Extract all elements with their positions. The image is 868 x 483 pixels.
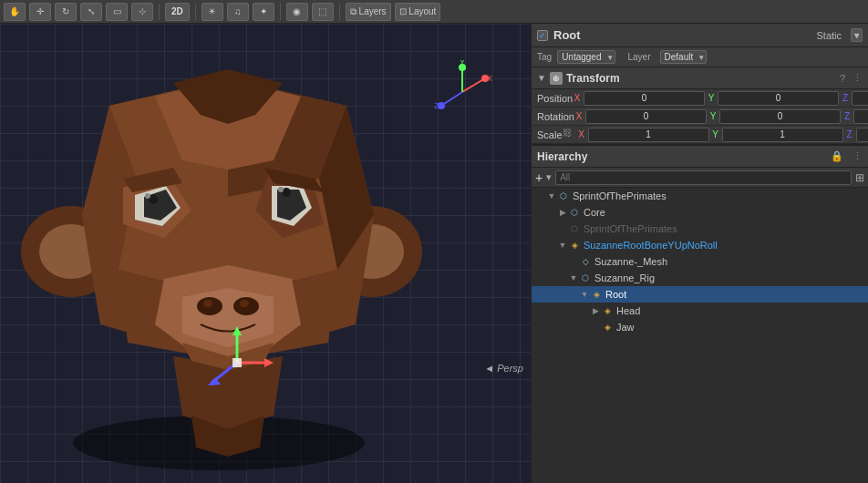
position-x-input[interactable] [584, 91, 705, 106]
scale-y-input[interactable] [722, 128, 843, 142]
rotation-y-field: Y [708, 109, 841, 124]
audio-toggle[interactable]: ♫ [227, 3, 249, 21]
rotation-z-input[interactable] [853, 109, 868, 124]
svg-point-18 [240, 300, 249, 307]
hierarchy-tree[interactable]: ▼ ⬡ SprintOfThePrimates ▶ ⬡ Core ⬡ Sprin… [532, 188, 868, 483]
scale-row: Scale ⛓ X Y Z [532, 126, 868, 144]
rotation-y-input[interactable] [719, 109, 841, 124]
move-gizmo[interactable] [201, 326, 274, 401]
position-row: Position X Y Z [532, 89, 868, 108]
tree-expand-arrow: ▼ [557, 241, 568, 250]
gameobject-icon: ⬡ [557, 190, 570, 202]
rotation-x-field: X [574, 109, 707, 124]
tree-item-label: Suzanne-_Mesh [594, 256, 667, 267]
svg-point-23 [145, 193, 150, 199]
gameobject-icon: ⬡ [568, 222, 581, 235]
rotation-z-field: Z [842, 109, 868, 124]
rect-tool-button[interactable]: ▭ [106, 3, 128, 21]
transform-menu-button[interactable]: ⋮ [852, 72, 863, 84]
bone-icon: ◈ [601, 321, 614, 334]
rotation-row: Rotation X Y Z [532, 108, 868, 126]
tag-label: Tag [537, 52, 552, 62]
tree-expand-arrow: ▼ [568, 273, 579, 283]
layers-button[interactable]: ⧉ Layers [346, 3, 391, 21]
scale-x-input[interactable] [588, 128, 709, 142]
scale-fields: ⛓ X Y Z [563, 128, 868, 142]
list-item[interactable]: ▼ ◈ SuzanneRootBoneYUpNoRoll [532, 237, 868, 253]
inspector-header: ✓ Root Static ▾ [532, 24, 868, 47]
layer-label: Layer [628, 52, 651, 62]
position-z-input[interactable] [852, 91, 868, 106]
list-item[interactable]: ⬡ SprintOfThePrimates [532, 221, 868, 237]
list-item[interactable]: ▶ ◈ Head [532, 303, 868, 319]
layout-button[interactable]: ⊡ Layout [395, 3, 441, 21]
tag-layer-row: Tag Untagged ▾ Layer Default ▾ [532, 47, 868, 67]
bone-icon: ◈ [590, 288, 603, 301]
transform-help-button[interactable]: ? [840, 73, 845, 84]
tree-expand-arrow: ▼ [579, 290, 590, 299]
list-item[interactable]: ▼ ⬡ SprintOfThePrimates [532, 188, 868, 204]
scale-link-icon[interactable]: ⛓ [563, 128, 572, 142]
main-area: X Y Z ◄ Persp [0, 24, 868, 483]
active-checkbox[interactable]: ✓ [537, 30, 548, 41]
scale-z-input[interactable] [856, 128, 868, 142]
svg-text:Z: Z [434, 101, 439, 110]
game-obj-button[interactable]: ⬚ [312, 3, 334, 21]
sep-4 [339, 4, 340, 20]
rotation-x-input[interactable] [585, 109, 707, 124]
scale-x-field: X [577, 128, 709, 142]
hierarchy-search-input[interactable] [555, 170, 852, 185]
transform-title: Transform [566, 72, 836, 85]
tag-dropdown[interactable]: Untagged [557, 50, 615, 64]
main-toolbar: ✋ ✛ ↻ ⤡ ▭ ⊹ 2D ☀ ♫ ✦ ◉ ⬚ ⧉ Layers ⊡ Layo… [0, 0, 868, 24]
hierarchy-add-chevron[interactable]: ▾ [546, 171, 552, 183]
transform-icon: ⊕ [550, 72, 563, 85]
svg-text:X: X [487, 74, 492, 83]
list-item[interactable]: ▶ ⬡ Core [532, 204, 868, 221]
position-y-input[interactable] [718, 91, 839, 106]
position-label: Position [537, 93, 573, 104]
scale-y-field: Y [711, 128, 843, 142]
transform-collapse-arrow[interactable]: ▼ [537, 73, 546, 83]
viewport[interactable]: X Y Z ◄ Persp [0, 24, 531, 483]
sx-label: X [577, 129, 586, 139]
tree-item-label: SuzanneRootBoneYUpNoRoll [584, 240, 718, 251]
svg-marker-47 [264, 358, 274, 367]
tree-item-label: SprintOfThePrimates [573, 190, 666, 201]
rotate-tool-button[interactable]: ↻ [55, 3, 77, 21]
list-item[interactable]: ▼ ◈ Root [532, 286, 868, 303]
sep-1 [159, 4, 160, 20]
svg-point-17 [203, 300, 212, 307]
sy-label: Y [711, 129, 720, 139]
static-dropdown[interactable]: ▾ [851, 28, 863, 42]
list-item[interactable]: ▼ ⬡ Suzanne_Rig [532, 270, 868, 286]
hierarchy-add-button[interactable]: + [535, 170, 542, 185]
right-panel: ✓ Root Static ▾ Tag Untagged ▾ Layer Def… [531, 24, 868, 483]
tree-item-label: Head [616, 305, 640, 316]
tree-expand-arrow: ▶ [557, 208, 568, 217]
scale-z-field: Z [845, 128, 868, 142]
scale-tool-button[interactable]: ⤡ [80, 3, 102, 21]
lighting-toggle[interactable]: ☀ [202, 3, 223, 21]
hand-tool-button[interactable]: ✋ [4, 3, 26, 21]
layer-dropdown[interactable]: Default [660, 50, 708, 64]
tree-item-label: Root [605, 289, 626, 300]
list-item[interactable]: ◇ Suzanne-_Mesh [532, 253, 868, 270]
position-z-field: Z [841, 91, 868, 106]
scene-vis-button[interactable]: ◉ [286, 3, 308, 21]
2d-toggle[interactable]: 2D [165, 3, 190, 21]
rotation-fields: X Y Z [574, 109, 868, 124]
move-tool-button[interactable]: ✛ [29, 3, 51, 21]
list-item[interactable]: ◈ Jaw [532, 319, 868, 335]
gameobject-icon: ⬡ [579, 272, 592, 284]
rotation-label: Rotation [537, 111, 574, 122]
ry-label: Y [708, 111, 718, 121]
transform-tool-button[interactable]: ⊹ [131, 3, 153, 21]
fx-toggle[interactable]: ✦ [253, 3, 274, 21]
bone-icon: ◈ [601, 304, 614, 317]
hierarchy-lock-icon[interactable]: 🔒 [831, 150, 843, 162]
hierarchy-view-icon[interactable]: ⊞ [855, 171, 864, 184]
svg-marker-45 [232, 326, 242, 335]
hierarchy-menu-icon[interactable]: ⋮ [852, 150, 863, 162]
gameobject-icon: ⬡ [568, 206, 581, 219]
